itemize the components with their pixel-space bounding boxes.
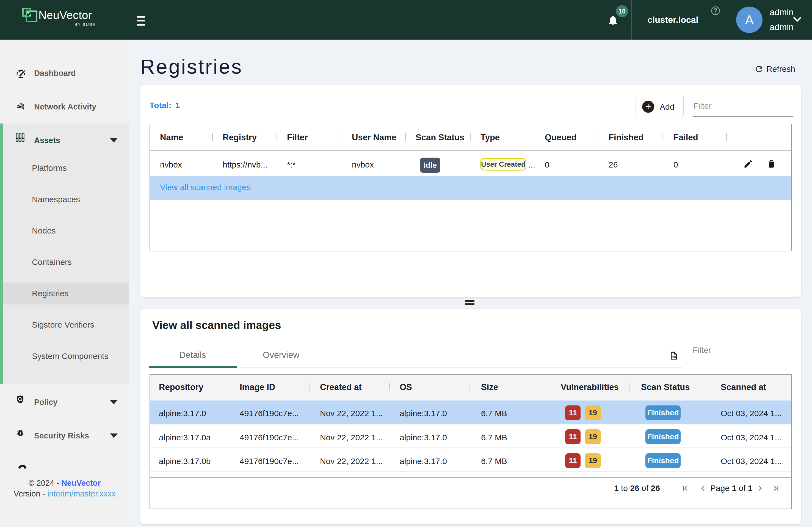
svg-text:csv: csv <box>671 355 677 359</box>
